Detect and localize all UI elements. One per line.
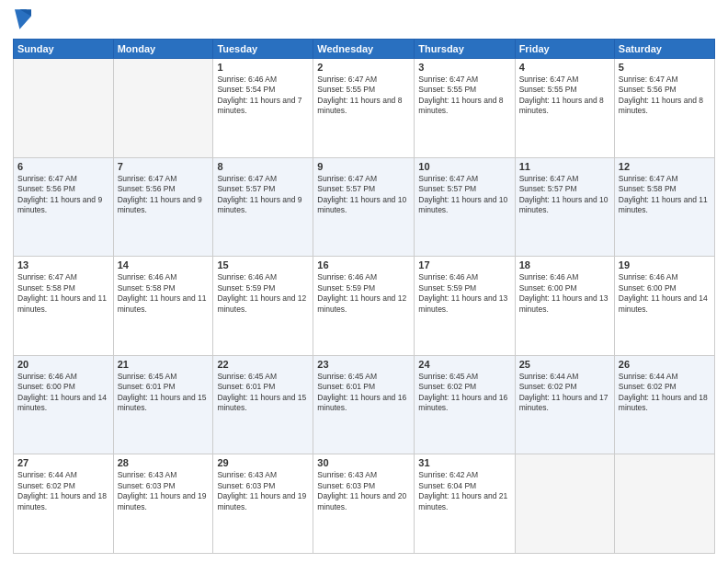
calendar-week-row: 6Sunrise: 6:47 AMSunset: 5:56 PMDaylight… <box>14 157 715 257</box>
calendar-cell: 16Sunrise: 6:46 AMSunset: 5:59 PMDayligh… <box>313 257 415 356</box>
day-info: Sunrise: 6:46 AMSunset: 5:54 PMDaylight:… <box>217 75 309 117</box>
calendar-cell: 6Sunrise: 6:47 AMSunset: 5:56 PMDaylight… <box>14 157 114 257</box>
calendar-header-row: SundayMondayTuesdayWednesdayThursdayFrid… <box>14 40 715 59</box>
calendar-cell: 21Sunrise: 6:45 AMSunset: 6:01 PMDayligh… <box>113 355 213 454</box>
calendar-cell: 24Sunrise: 6:45 AMSunset: 6:02 PMDayligh… <box>415 355 515 454</box>
calendar-cell: 2Sunrise: 6:47 AMSunset: 5:55 PMDaylight… <box>313 59 415 158</box>
calendar-cell: 7Sunrise: 6:47 AMSunset: 5:56 PMDaylight… <box>113 157 213 257</box>
day-info: Sunrise: 6:44 AMSunset: 6:02 PMDaylight:… <box>519 372 610 414</box>
day-info: Sunrise: 6:44 AMSunset: 6:02 PMDaylight:… <box>17 470 109 512</box>
calendar-cell: 20Sunrise: 6:46 AMSunset: 6:00 PMDayligh… <box>14 355 114 454</box>
day-info: Sunrise: 6:47 AMSunset: 5:55 PMDaylight:… <box>317 75 410 117</box>
day-info: Sunrise: 6:42 AMSunset: 6:04 PMDaylight:… <box>418 470 510 512</box>
day-number: 30 <box>317 457 410 468</box>
calendar-cell: 23Sunrise: 6:45 AMSunset: 6:01 PMDayligh… <box>313 355 415 454</box>
calendar-cell: 19Sunrise: 6:46 AMSunset: 6:00 PMDayligh… <box>614 257 714 356</box>
day-info: Sunrise: 6:47 AMSunset: 5:55 PMDaylight:… <box>418 75 510 117</box>
day-info: Sunrise: 6:46 AMSunset: 6:00 PMDaylight:… <box>619 272 711 315</box>
calendar-week-row: 27Sunrise: 6:44 AMSunset: 6:02 PMDayligh… <box>14 454 715 554</box>
day-number: 4 <box>519 62 610 73</box>
day-number: 16 <box>317 259 410 270</box>
day-info: Sunrise: 6:45 AMSunset: 6:01 PMDaylight:… <box>217 372 309 414</box>
day-info: Sunrise: 6:46 AMSunset: 5:59 PMDaylight:… <box>217 272 309 315</box>
calendar-cell: 3Sunrise: 6:47 AMSunset: 5:55 PMDaylight… <box>415 59 515 158</box>
calendar-cell: 5Sunrise: 6:47 AMSunset: 5:56 PMDaylight… <box>614 59 714 158</box>
page: SundayMondayTuesdayWednesdayThursdayFrid… <box>0 0 728 563</box>
day-info: Sunrise: 6:47 AMSunset: 5:56 PMDaylight:… <box>118 174 210 216</box>
calendar-header-tuesday: Tuesday <box>213 40 313 59</box>
calendar-cell: 13Sunrise: 6:47 AMSunset: 5:58 PMDayligh… <box>14 257 114 356</box>
day-number: 31 <box>418 457 510 468</box>
calendar-cell: 25Sunrise: 6:44 AMSunset: 6:02 PMDayligh… <box>515 355 614 454</box>
calendar-cell: 8Sunrise: 6:47 AMSunset: 5:57 PMDaylight… <box>213 157 313 257</box>
day-number: 23 <box>317 359 410 370</box>
day-info: Sunrise: 6:45 AMSunset: 6:01 PMDaylight:… <box>317 372 410 414</box>
day-number: 28 <box>118 457 210 468</box>
day-info: Sunrise: 6:46 AMSunset: 6:00 PMDaylight:… <box>17 372 109 414</box>
calendar-cell: 17Sunrise: 6:46 AMSunset: 5:59 PMDayligh… <box>415 257 515 356</box>
calendar-cell: 9Sunrise: 6:47 AMSunset: 5:57 PMDaylight… <box>313 157 415 257</box>
day-number: 5 <box>619 62 711 73</box>
day-info: Sunrise: 6:46 AMSunset: 5:59 PMDaylight:… <box>317 272 410 315</box>
calendar-cell: 1Sunrise: 6:46 AMSunset: 5:54 PMDaylight… <box>213 59 313 158</box>
day-info: Sunrise: 6:47 AMSunset: 5:56 PMDaylight:… <box>17 174 109 216</box>
calendar-cell: 12Sunrise: 6:47 AMSunset: 5:58 PMDayligh… <box>614 157 714 257</box>
day-number: 22 <box>217 359 309 370</box>
day-number: 15 <box>217 259 309 270</box>
calendar-week-row: 1Sunrise: 6:46 AMSunset: 5:54 PMDaylight… <box>14 59 715 158</box>
day-info: Sunrise: 6:47 AMSunset: 5:57 PMDaylight:… <box>317 174 410 216</box>
calendar-cell <box>113 59 213 158</box>
calendar-header-thursday: Thursday <box>415 40 515 59</box>
calendar-cell: 29Sunrise: 6:43 AMSunset: 6:03 PMDayligh… <box>213 454 313 554</box>
calendar-cell: 30Sunrise: 6:43 AMSunset: 6:03 PMDayligh… <box>313 454 415 554</box>
calendar-header-sunday: Sunday <box>14 40 114 59</box>
day-number: 25 <box>519 359 610 370</box>
day-info: Sunrise: 6:47 AMSunset: 5:55 PMDaylight:… <box>519 75 610 117</box>
day-info: Sunrise: 6:47 AMSunset: 5:58 PMDaylight:… <box>619 174 711 216</box>
calendar-cell: 27Sunrise: 6:44 AMSunset: 6:02 PMDayligh… <box>14 454 114 554</box>
day-number: 2 <box>317 62 410 73</box>
calendar-header-monday: Monday <box>113 40 213 59</box>
calendar-cell: 26Sunrise: 6:44 AMSunset: 6:02 PMDayligh… <box>614 355 714 454</box>
logo-icon <box>15 9 31 29</box>
day-number: 1 <box>217 62 309 73</box>
calendar-cell: 31Sunrise: 6:42 AMSunset: 6:04 PMDayligh… <box>415 454 515 554</box>
day-info: Sunrise: 6:45 AMSunset: 6:01 PMDaylight:… <box>118 372 210 414</box>
day-number: 13 <box>17 259 109 270</box>
day-number: 21 <box>118 359 210 370</box>
day-info: Sunrise: 6:47 AMSunset: 5:57 PMDaylight:… <box>519 174 610 216</box>
calendar-cell: 11Sunrise: 6:47 AMSunset: 5:57 PMDayligh… <box>515 157 614 257</box>
day-number: 17 <box>418 259 510 270</box>
day-number: 11 <box>519 161 610 172</box>
day-number: 24 <box>418 359 510 370</box>
calendar-cell <box>515 454 614 554</box>
calendar-cell: 18Sunrise: 6:46 AMSunset: 6:00 PMDayligh… <box>515 257 614 356</box>
calendar-cell <box>614 454 714 554</box>
day-info: Sunrise: 6:45 AMSunset: 6:02 PMDaylight:… <box>418 372 510 414</box>
calendar-header-wednesday: Wednesday <box>313 40 415 59</box>
day-number: 20 <box>17 359 109 370</box>
day-info: Sunrise: 6:43 AMSunset: 6:03 PMDaylight:… <box>118 470 210 512</box>
calendar-cell: 4Sunrise: 6:47 AMSunset: 5:55 PMDaylight… <box>515 59 614 158</box>
logo <box>13 9 31 33</box>
day-number: 9 <box>317 161 410 172</box>
calendar-week-row: 13Sunrise: 6:47 AMSunset: 5:58 PMDayligh… <box>14 257 715 356</box>
day-number: 29 <box>217 457 309 468</box>
calendar-header-friday: Friday <box>515 40 614 59</box>
day-number: 7 <box>118 161 210 172</box>
calendar-cell: 22Sunrise: 6:45 AMSunset: 6:01 PMDayligh… <box>213 355 313 454</box>
day-info: Sunrise: 6:47 AMSunset: 5:57 PMDaylight:… <box>418 174 510 216</box>
calendar-cell <box>14 59 114 158</box>
day-number: 10 <box>418 161 510 172</box>
calendar: SundayMondayTuesdayWednesdayThursdayFrid… <box>13 39 715 554</box>
day-number: 26 <box>619 359 711 370</box>
day-info: Sunrise: 6:47 AMSunset: 5:57 PMDaylight:… <box>217 174 309 216</box>
day-info: Sunrise: 6:46 AMSunset: 5:59 PMDaylight:… <box>418 272 510 315</box>
day-info: Sunrise: 6:46 AMSunset: 5:58 PMDaylight:… <box>118 272 210 315</box>
header <box>13 9 715 33</box>
day-number: 3 <box>418 62 510 73</box>
day-number: 27 <box>17 457 109 468</box>
day-info: Sunrise: 6:43 AMSunset: 6:03 PMDaylight:… <box>317 470 410 512</box>
day-info: Sunrise: 6:43 AMSunset: 6:03 PMDaylight:… <box>217 470 309 512</box>
calendar-cell: 10Sunrise: 6:47 AMSunset: 5:57 PMDayligh… <box>415 157 515 257</box>
